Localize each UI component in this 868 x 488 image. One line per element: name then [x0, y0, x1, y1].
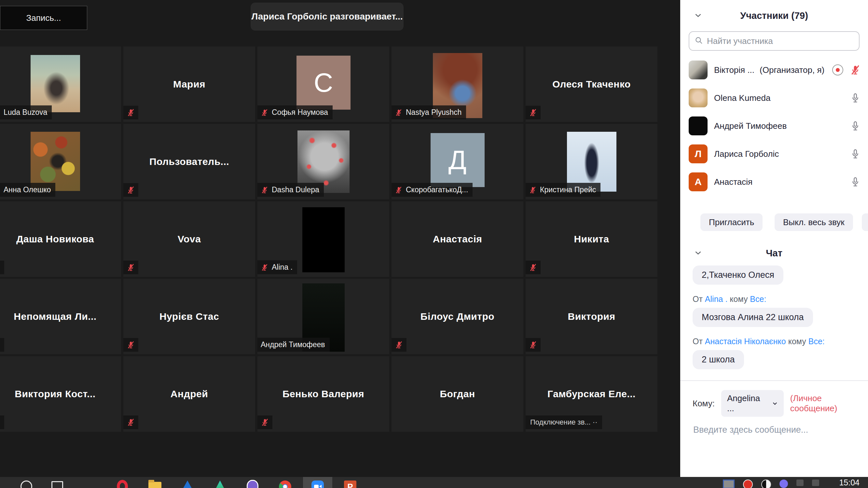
video-tile-Олеся Ткаченко[interactable]: Олеся Ткаченко [526, 46, 657, 122]
participant-name: Olena Kumeda [714, 93, 770, 103]
tile-name: Білоус Дмитро [392, 279, 523, 354]
mic-muted-icon [0, 186, 0, 194]
mute-all-button[interactable]: Выкл. весь звук [775, 214, 853, 231]
video-tile-Мария[interactable]: Мария [123, 46, 255, 122]
opera-icon[interactable] [116, 479, 129, 488]
tray-dim-icon[interactable] [812, 480, 819, 486]
tray-bw-app-icon[interactable] [761, 480, 771, 488]
participant-row-Анастасія[interactable]: ААнастасія [680, 168, 868, 196]
mic-muted-icon [261, 418, 269, 426]
mic-muted-icon[interactable] [850, 64, 861, 75]
tile-mic-badge [0, 416, 4, 429]
chevron-down-icon[interactable] [694, 11, 702, 21]
tray-purple-app-icon[interactable] [779, 480, 788, 488]
video-tile-Alina .[interactable]: Alina . [257, 201, 389, 277]
more-button[interactable]: ... [862, 214, 868, 231]
participant-status-icons [850, 92, 861, 103]
participants-title: Участники (79) [680, 0, 868, 31]
video-tile-Даша Новикова[interactable]: Даша Новикова [0, 201, 121, 277]
chevron-down-icon[interactable] [694, 249, 702, 258]
tile-mic-badge [123, 338, 138, 352]
participant-row-Вікторія ...[interactable]: Вікторія ...(Организатор, я) [680, 56, 868, 84]
tile-mic-badge [0, 261, 4, 274]
tile-mic-badge [123, 106, 138, 120]
video-tile-Богдан[interactable]: Богдан [392, 356, 523, 432]
chat-sender-link[interactable]: Анастасія Ніколаєнко [705, 337, 786, 346]
taskbar-clock[interactable]: 15:04 [839, 478, 860, 487]
tray-monitor-icon[interactable] [723, 480, 735, 488]
invite-button[interactable]: Пригласить [701, 214, 763, 231]
tile-name: Виктория [526, 279, 657, 354]
video-tile-Виктория Кост...[interactable]: Виктория Кост... [0, 356, 121, 432]
tray-dim-icon[interactable] [797, 480, 804, 486]
tile-name: Vova [123, 201, 255, 277]
recording-indicator[interactable]: Запись... [0, 6, 87, 30]
mic-icon[interactable] [850, 176, 861, 187]
video-tile-СкоробагатькоД...[interactable]: ДСкоробагатькоД... [392, 124, 523, 199]
blue-app-icon[interactable] [181, 479, 194, 488]
tile-name: Пользователь... [123, 124, 255, 199]
tile-mic-badge [526, 338, 540, 352]
tile-name: Андрей [123, 356, 255, 432]
participant-search[interactable] [689, 31, 860, 51]
participant-status-icons [832, 64, 861, 75]
tile-mic-badge [123, 183, 138, 197]
taskview-icon[interactable] [51, 479, 64, 488]
recording-icon [832, 64, 843, 75]
tile-name: Dasha Dulepa [272, 186, 319, 194]
tile-mic-badge [123, 416, 138, 429]
chat-divider [680, 380, 868, 381]
video-tile-Андрей[interactable]: Андрей [123, 356, 255, 432]
from-word: От [692, 294, 703, 303]
video-tile-Непомящая Ли...[interactable]: Непомящая Ли... [0, 279, 121, 354]
mic-icon[interactable] [850, 92, 861, 103]
search-icon[interactable] [20, 479, 33, 488]
avatar [689, 89, 708, 107]
video-thumbnail [31, 132, 80, 191]
participant-name: Лариса Горболіс [714, 149, 779, 159]
video-tile-Пользователь...[interactable]: Пользователь... [123, 124, 255, 199]
mic-icon[interactable] [850, 148, 861, 159]
powerpoint-icon[interactable]: P [343, 479, 357, 488]
mic-muted-icon [261, 109, 269, 117]
chat-bubble: 2 школа [692, 350, 744, 369]
chat-message-input[interactable] [692, 425, 850, 435]
tile-name: Nastya Plyushch [406, 108, 462, 117]
video-tile-Гамбурская Еле...[interactable]: Гамбурская Еле...Подключение зв... ·· [526, 356, 657, 432]
video-tile-Софья Наумова[interactable]: CСофья Наумова [257, 46, 389, 122]
chat-recipient-link[interactable]: Все: [750, 294, 766, 303]
tray-red-app-icon[interactable] [743, 480, 753, 488]
tile-name-badge: Alina . [257, 260, 297, 274]
video-tile-Андрей Тимофеев[interactable]: Андрей Тимофеев [257, 279, 389, 354]
viber-icon[interactable] [246, 479, 259, 488]
video-tile-Luda Buzova[interactable]: Luda Buzova [0, 46, 121, 122]
video-tile-Виктория[interactable]: Виктория [526, 279, 657, 354]
video-tile-Анна Олешко[interactable]: Анна Олешко [0, 124, 121, 199]
teal-app-icon[interactable] [213, 479, 227, 488]
search-input[interactable] [706, 36, 854, 46]
chat-recipient-link[interactable]: Все: [808, 337, 825, 346]
avatar: Д [431, 133, 485, 187]
recipient-dropdown[interactable]: Angelina ... [721, 390, 784, 417]
avatar: Л [689, 144, 708, 163]
participant-row-Андрей Тимофеев[interactable]: Андрей Тимофеев [680, 112, 868, 140]
video-tile-Nastya Plyushch[interactable]: Nastya Plyushch [392, 46, 523, 122]
chat-sender-link[interactable]: Alina . [705, 294, 727, 303]
video-tile-Vova[interactable]: Vova [123, 201, 255, 277]
participant-row-Olena Kumeda[interactable]: Olena Kumeda [680, 84, 868, 112]
video-tile-Білоус Дмитро[interactable]: Білоус Дмитро [392, 279, 523, 354]
zoom-icon[interactable] [311, 479, 324, 488]
folder-icon[interactable] [148, 479, 162, 488]
mic-muted-icon [529, 186, 537, 194]
video-tile-Нурієв Стас[interactable]: Нурієв Стас [123, 279, 255, 354]
video-tile-Никита[interactable]: Никита [526, 201, 657, 277]
mic-icon[interactable] [850, 120, 861, 131]
from-word: От [692, 337, 703, 346]
recording-label: Запись... [26, 13, 61, 23]
participant-row-Лариса Горболіс[interactable]: ЛЛариса Горболіс [680, 140, 868, 168]
video-tile-Кристина Прейс[interactable]: Кристина Прейс [526, 124, 657, 199]
video-tile-Dasha Dulepa[interactable]: Dasha Dulepa [257, 124, 389, 199]
video-tile-Бенько Валерия[interactable]: Бенько Валерия [257, 356, 389, 432]
video-tile-Анастасія[interactable]: Анастасія [392, 201, 523, 277]
chrome-icon[interactable] [278, 479, 292, 488]
